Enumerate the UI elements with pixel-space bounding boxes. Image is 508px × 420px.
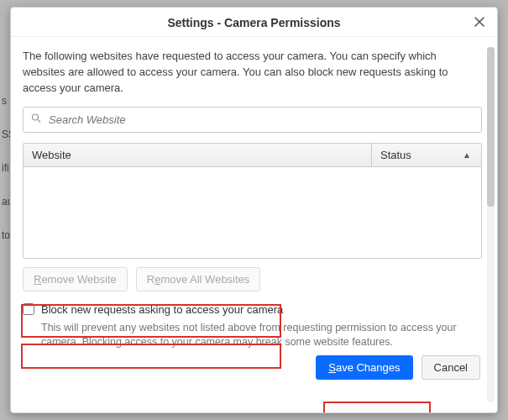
search-wrapper	[23, 107, 482, 133]
remove-website-button[interactable]: Remove Website	[23, 267, 128, 291]
intro-text: The following websites have requested to…	[23, 49, 482, 97]
save-changes-button[interactable]: Save Changes	[316, 355, 412, 380]
helper-text: This will prevent any websites not liste…	[23, 321, 482, 350]
close-icon	[474, 16, 485, 31]
column-label: Status	[380, 149, 411, 161]
dialog-header: Settings - Camera Permissions	[11, 8, 497, 37]
column-label: Website	[32, 149, 71, 161]
scrollbar-track[interactable]	[487, 47, 495, 402]
close-button[interactable]	[469, 13, 490, 34]
cancel-button[interactable]: Cancel	[422, 355, 480, 380]
websites-table: Website Status ▲	[23, 143, 482, 259]
remove-all-websites-button[interactable]: Remove All Websites	[136, 267, 261, 291]
highlight-save-button	[323, 402, 431, 412]
column-header-status[interactable]: Status ▲	[372, 144, 481, 166]
button-rest: emove Website	[41, 273, 116, 286]
svg-point-0	[33, 114, 39, 120]
table-body-empty	[24, 167, 481, 258]
table-header: Website Status ▲	[24, 144, 481, 167]
button-rest: ave Changes	[336, 361, 401, 374]
search-icon	[31, 113, 41, 126]
block-requests-row: Block new requests asking to access your…	[23, 303, 482, 316]
sort-ascending-icon: ▲	[463, 150, 471, 160]
svg-line-1	[38, 120, 40, 123]
scrollbar-thumb[interactable]	[487, 47, 495, 207]
remove-buttons-row: Remove Website Remove All Websites	[23, 267, 260, 291]
dialog-body: The following websites have requested to…	[11, 37, 497, 412]
dialog-footer: Save Changes Cancel	[23, 355, 482, 380]
column-header-website[interactable]: Website	[24, 144, 372, 166]
button-rest: move All Websites	[160, 273, 249, 286]
block-requests-checkbox[interactable]	[23, 303, 34, 315]
block-requests-label[interactable]: Block new requests asking to access your…	[41, 303, 283, 316]
dialog-title: Settings - Camera Permissions	[167, 16, 340, 29]
search-input[interactable]	[23, 107, 482, 133]
settings-dialog: Settings - Camera Permissions The follow…	[10, 7, 498, 413]
